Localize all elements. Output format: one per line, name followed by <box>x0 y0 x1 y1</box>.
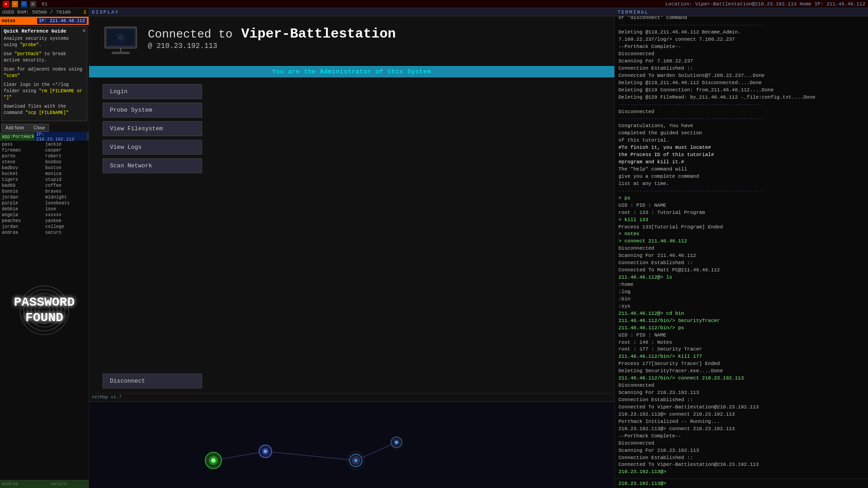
terminal-line: 211.46.46.112/bin/> ps <box>618 325 864 332</box>
password-item: fireman <box>1 147 44 153</box>
terminal-input-row: 210.23.192.113@> <box>615 479 868 488</box>
terminal-line: Deleting @119 Connection: from_211.46.46… <box>618 87 864 94</box>
terminal-line: Congratulations, You have <box>618 123 864 130</box>
quick-ref-close-button[interactable]: X <box>82 28 85 33</box>
password-item: saturn <box>44 230 88 236</box>
terminal-line: Connected To Viper-Battlestation@210.23.… <box>618 404 864 411</box>
terminal-line: ----------------------------------------… <box>618 101 864 109</box>
top-bar: ✕ — □ ⚙ 61 Location: Viper-Battlestation… <box>0 0 868 8</box>
ip-display: IP: 211.46.46.112 <box>37 18 87 24</box>
app-portback-bar: app:PortHack IP: 210.23.192.113 <box>0 133 89 141</box>
quick-ref-item-4: Clear logs in the +*/log folder using "r… <box>4 82 85 101</box>
settings-button[interactable]: ⚙ <box>30 1 36 7</box>
probe-system-button[interactable]: Probe System <box>103 103 202 118</box>
netmap-canvas <box>89 402 614 488</box>
scan-network-button[interactable]: Scan Network <box>103 158 202 173</box>
display-header: DISPLAY <box>89 8 614 16</box>
terminal-line: > kill 133 <box>618 217 864 224</box>
password-item: steve <box>1 159 44 165</box>
connected-ip: @ 210.23.192.113 <box>148 42 396 50</box>
terminal-line: The "help" command will <box>618 166 864 173</box>
view-filesystem-button[interactable]: View Filesystem <box>103 121 202 136</box>
close-note-button[interactable]: Close <box>29 124 49 132</box>
password-item: college <box>44 224 88 230</box>
password-item: monica <box>44 171 88 177</box>
terminal-line: Deleting SecurityTracer.exe....Done <box>618 368 864 375</box>
maximize-window-button[interactable]: □ <box>21 1 27 7</box>
terminal-line: > notes <box>618 231 864 238</box>
terminal-line: Process 133[Tutorial Program] Ended <box>618 224 864 231</box>
quick-ref-title: Quick Reference Guide <box>4 28 85 34</box>
terminal-line: 210.23.192.113@> <box>618 469 864 476</box>
svg-point-24 <box>395 441 398 444</box>
terminal-input[interactable] <box>668 481 864 486</box>
disconnect-button[interactable]: Disconnect <box>103 374 202 389</box>
terminal-line: #program and kill it.# <box>618 159 864 166</box>
minimize-window-button[interactable]: — <box>12 1 18 7</box>
terminal-line: Connection Established :: <box>618 455 864 462</box>
password-item: coffee <box>44 183 88 189</box>
left-panel: USED RAM: 595mb / 761mb 2 notes IP: 211.… <box>0 8 89 488</box>
terminal-line: list at any time. <box>618 180 864 188</box>
svg-point-22 <box>354 459 358 462</box>
terminal-line: or "disconnect" command <box>618 16 864 22</box>
password-item: casper <box>44 147 88 153</box>
terminal-line: Porthack Initialized -- Running... <box>618 418 864 426</box>
ram-section: USED RAM: 595mb / 761mb 2 <box>0 8 89 17</box>
left-panel-bottom: andrea saturn <box>0 480 89 488</box>
netmap-section: netMap v1.7 <box>89 393 614 488</box>
terminal-line: Connected To Warden Solutions@7.160.22.2… <box>618 72 864 80</box>
password-item: bad69 <box>1 183 44 189</box>
terminal-line: Connected To Matt PC@211.46.46.112 <box>618 267 864 274</box>
password-item: porno <box>1 153 44 159</box>
main-layout: USED RAM: 595mb / 761mb 2 notes IP: 211.… <box>0 8 868 488</box>
terminal-line: Scanning For 211.46.46.112 <box>618 252 864 260</box>
close-window-button[interactable]: ✕ <box>3 1 9 7</box>
ram-label: USED RAM: 595mb / 761mb <box>2 9 71 15</box>
password-item: xxxxxx <box>44 212 88 218</box>
terminal-line: Deleting @119_211.46.46.112 Disconnected… <box>618 80 864 87</box>
terminal-line: Scanning For 7.160.22.237 <box>618 58 864 65</box>
svg-point-19 <box>264 450 267 453</box>
terminal-line: Disconnected <box>618 51 864 58</box>
quick-ref-panel: Quick Reference Guide X Analyze security… <box>1 26 87 121</box>
terminal-line: 211.46.46.112@> ls <box>618 274 864 281</box>
terminal-line: ----------------------------------------… <box>618 115 864 123</box>
terminal-line: Connection Established :: <box>618 397 864 404</box>
password-item: tigers <box>1 177 44 183</box>
password-item: peaches <box>1 218 44 224</box>
password-item: robert <box>44 153 88 159</box>
add-note-button[interactable]: Add Note <box>1 124 28 132</box>
password-item: bonnie <box>1 189 44 194</box>
terminal-line: > connect 211.46.46.112 <box>618 238 864 245</box>
terminal-line: :log <box>618 289 864 296</box>
password-item: debbie <box>1 206 44 212</box>
terminal-line: --Porthack Complete-- <box>618 433 864 440</box>
connected-section: Connected to Viper-Battlestation @ 210.2… <box>89 16 614 66</box>
top-bar-left: ✕ — □ ⚙ 61 <box>3 1 47 7</box>
terminal-prompt: 210.23.192.113@> <box>618 481 666 486</box>
connected-info: Connected to Viper-Battlestation @ 210.2… <box>148 25 396 50</box>
terminal-output[interactable]: Note: the wildcard "*" indicates'All'.--… <box>615 16 868 479</box>
terminal-line: root : 133 : Tutorial Program <box>618 209 864 217</box>
svg-point-17 <box>211 458 216 463</box>
terminal-line: Scanning For 210.23.192.113 <box>618 389 864 397</box>
terminal-line: > ps <box>618 195 864 202</box>
password-item: pass <box>1 142 44 147</box>
terminal-line: completed the guided section <box>618 130 864 137</box>
terminal-line: 211.46.46.112/bin/> kill 177 <box>618 353 864 360</box>
password-item: jordan <box>1 224 44 230</box>
view-logs-button[interactable]: View Logs <box>103 140 202 155</box>
terminal-line: 210.23.192.113@> connect 210.23.192.113 <box>618 426 864 433</box>
terminal-line: 211.46.46.112/bin/> connect 210.23.192.1… <box>618 375 864 382</box>
login-button[interactable]: Login <box>103 84 202 99</box>
quick-ref-item-1: Analyze security systems using "probe". <box>4 36 85 48</box>
bottom-status: andrea saturn <box>2 482 67 487</box>
svg-point-12 <box>118 36 123 40</box>
notes-label: notes <box>2 19 15 24</box>
terminal-line: Connection Established :: <box>618 65 864 72</box>
password-item: midnight <box>44 194 88 200</box>
password-item: stupid <box>44 177 88 183</box>
admin-banner: You are the Administrator of this System <box>89 66 614 77</box>
terminal-line: Connected To Viper-Battlestation@210.23.… <box>618 461 864 469</box>
